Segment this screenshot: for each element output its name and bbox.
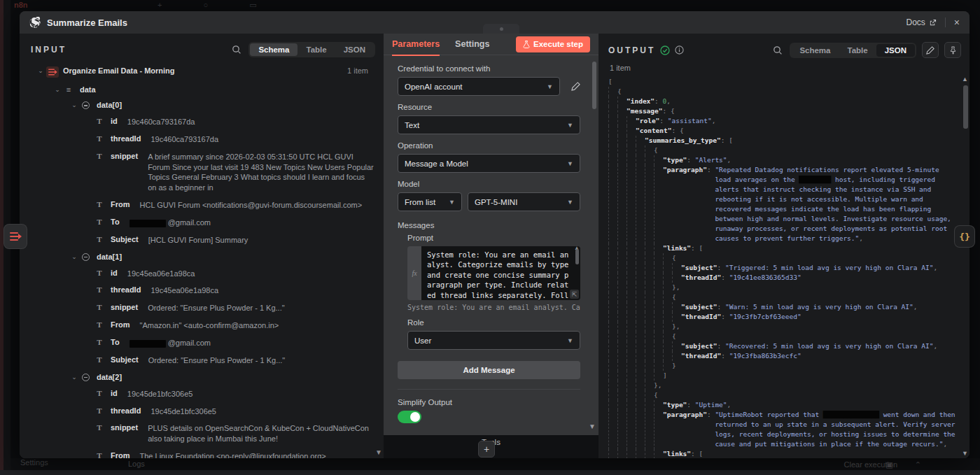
tree-field-row[interactable]: TSubject[HCL GUVI Forum] Summary xyxy=(20,232,379,249)
tab-parameters[interactable]: Parameters xyxy=(392,34,440,55)
tree-record-node[interactable]: ⌄data[0] xyxy=(20,97,379,113)
chevron-expanded-icon[interactable]: ⌄ xyxy=(36,67,45,74)
panel-drag-handle[interactable] xyxy=(483,24,519,34)
tree-field-row[interactable]: TthreadId19c45de1bfc306e5 xyxy=(20,403,379,420)
string-type-icon: T xyxy=(97,269,102,277)
tab-settings[interactable]: Settings xyxy=(455,34,489,55)
tree-field-row[interactable]: TFrom"Amazon.in" <auto-confirm@amazon.in… xyxy=(20,317,379,334)
close-button[interactable]: × xyxy=(954,17,960,28)
input-scroll-down-icon[interactable]: ▼ xyxy=(375,448,382,456)
tree-field-row[interactable]: TTo@gmail.com xyxy=(20,334,379,352)
chevron-expanded-icon[interactable]: ⌄ xyxy=(53,86,62,93)
docs-link[interactable]: Docs xyxy=(906,17,936,27)
add-tool-button[interactable]: + xyxy=(478,441,495,458)
simplify-output-toggle[interactable] xyxy=(398,411,421,423)
edit-output-button[interactable] xyxy=(922,42,939,58)
operation-select[interactable]: Message a Model ▼ xyxy=(398,154,580,173)
success-check-icon xyxy=(660,45,670,55)
tree-field-row[interactable]: TsnippetOrdered: "Ensure Plus Powder - 1… xyxy=(20,299,379,317)
tree-field-row[interactable]: Tid19c460ca793167da xyxy=(20,113,379,131)
tree-record-node[interactable]: ⌄data[2] xyxy=(20,369,379,385)
input-tab-table[interactable]: Table xyxy=(298,43,335,56)
expand-prompt-icon[interactable]: ⇱ xyxy=(570,290,579,299)
output-scroll-up-icon[interactable]: ▲ xyxy=(962,76,968,83)
resource-select[interactable]: Text ▼ xyxy=(398,115,580,134)
credential-label: Credential to connect with xyxy=(398,64,580,73)
tree-root-node[interactable]: ⌄Organize Email Data - Morning1 item xyxy=(20,63,379,82)
field-value: The Linux Foundation <no-reply@linuxfoun… xyxy=(140,451,326,458)
organize-node-icon xyxy=(46,66,59,78)
field-key: threadId xyxy=(111,406,141,415)
input-tab-json[interactable]: JSON xyxy=(335,43,374,56)
json-line: "type": "Alerts", xyxy=(598,155,962,165)
json-line: }, xyxy=(598,322,962,332)
field-value: "Amazon.in" <auto-confirm@amazon.in> xyxy=(140,320,279,331)
n8n-logo: n8n xyxy=(14,1,28,9)
info-icon[interactable] xyxy=(675,45,684,55)
input-tab-schema[interactable]: Schema xyxy=(250,43,298,56)
output-tab-schema[interactable]: Schema xyxy=(791,44,839,57)
tree-field-row[interactable]: TthreadId19c45ea06e1a98ca xyxy=(20,282,379,299)
pin-output-button[interactable] xyxy=(944,42,961,58)
prompt-label: Prompt xyxy=(407,234,580,242)
edit-credential-icon[interactable] xyxy=(571,82,580,91)
input-node-stub[interactable] xyxy=(4,225,27,248)
tree-root-label: Organize Email Data - Morning xyxy=(63,66,175,75)
chevron-expanded-icon[interactable]: ⌄ xyxy=(70,374,78,381)
json-line: { xyxy=(598,253,962,263)
tree-field-row[interactable]: TSubjectOrdered: "Ensure Plus Powder - 1… xyxy=(20,352,379,369)
output-scrollbar[interactable] xyxy=(963,85,968,129)
chevron-expanded-icon[interactable]: ⌄ xyxy=(70,253,78,260)
tree-field-row[interactable]: TsnippetPLUS details on OpenSearchCon & … xyxy=(20,420,379,448)
json-line: [ xyxy=(598,77,962,87)
json-line: ] xyxy=(598,371,962,381)
tree-field-row[interactable]: Tid19c45ea06e1a98ca xyxy=(20,265,379,283)
chevron-down-icon: ▼ xyxy=(567,337,573,344)
json-line: "threadId": "19c41ee836365d33" xyxy=(598,273,962,283)
tree-field-row[interactable]: TFromThe Linux Foundation <no-reply@linu… xyxy=(20,448,379,458)
json-line: "threadId": "19c3fb7cbf63eeed" xyxy=(598,312,962,322)
chevron-expanded-icon[interactable]: ⌄ xyxy=(70,101,78,108)
logs-label[interactable]: Logs xyxy=(128,460,145,468)
tree-field-row[interactable]: TthreadId19c460ca793167da xyxy=(20,131,379,148)
output-search-icon[interactable] xyxy=(773,45,783,55)
bottom-bar: Settings Logs Clear execution ▣ ⌃ xyxy=(10,458,980,470)
tree-field-row[interactable]: TFromHCL GUVI Forum <notifications@guvi-… xyxy=(20,197,379,214)
execute-step-button[interactable]: Execute step xyxy=(516,36,590,52)
tree-field-row[interactable]: TsnippetA brief summary since 2026-02-03… xyxy=(20,148,379,197)
input-search-icon[interactable] xyxy=(232,45,241,55)
string-type-icon: T xyxy=(97,423,102,432)
expression-fx-toggle[interactable]: fx xyxy=(407,246,421,300)
object-icon xyxy=(82,374,90,381)
tree-data-node[interactable]: ⌄≡data xyxy=(20,82,379,97)
parameters-scroll-area: Credential to connect with OpenAI accoun… xyxy=(384,56,598,435)
add-message-button[interactable]: Add Message xyxy=(398,361,580,379)
tree-record-node[interactable]: ⌄data[1] xyxy=(20,249,379,265)
input-title: INPUT xyxy=(31,45,66,55)
pin-icon xyxy=(949,46,957,55)
tree-record-label: data[0] xyxy=(97,101,122,109)
simplify-output-label: Simplify Output xyxy=(398,398,580,406)
string-type-icon: T xyxy=(97,134,102,143)
json-line: "summaries_by_type": [ xyxy=(598,136,962,146)
credential-select[interactable]: OpenAI account ▼ xyxy=(398,77,560,96)
parameters-scroll-down-icon[interactable]: ▼ xyxy=(589,423,596,430)
prompt-textarea[interactable]: System role: You are an email analyst. C… xyxy=(421,246,580,300)
parameters-scrollbar[interactable] xyxy=(592,62,596,109)
role-select[interactable]: User ▼ xyxy=(407,331,580,350)
field-value: 19c45ea06e1a98ca xyxy=(127,269,195,279)
output-tab-table[interactable]: Table xyxy=(839,44,876,57)
tree-field-row[interactable]: TTo@gmail.com xyxy=(20,214,379,232)
string-type-icon: T xyxy=(97,338,102,346)
tree-field-row[interactable]: Tid19c45de1bfc306e5 xyxy=(20,385,379,403)
field-value: 19c45de1bfc306e5 xyxy=(150,406,216,417)
output-scroll-down-icon[interactable]: ▼ xyxy=(962,450,968,457)
json-line: "role": "assistant", xyxy=(598,116,962,126)
model-select[interactable]: GPT-5-MINI ▼ xyxy=(468,192,580,211)
output-schema-stub[interactable]: {} xyxy=(955,226,974,247)
output-tab-json[interactable]: JSON xyxy=(876,44,915,57)
model-mode-select[interactable]: From list ▼ xyxy=(398,192,462,211)
prompt-scrollbar[interactable] xyxy=(575,249,579,264)
settings-label[interactable]: Settings xyxy=(20,458,48,467)
input-items-count: 1 item xyxy=(347,66,374,75)
